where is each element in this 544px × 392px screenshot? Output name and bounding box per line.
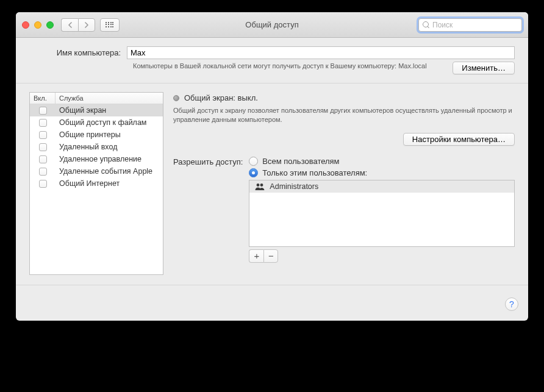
svg-point-1 (260, 184, 263, 187)
back-button[interactable] (61, 18, 78, 32)
nav-buttons (61, 18, 95, 32)
search-icon (423, 21, 430, 29)
service-label: Удаленные события Apple (55, 167, 163, 176)
minimize-window-button[interactable] (34, 21, 41, 29)
radio-only-users[interactable] (249, 168, 258, 177)
service-description: Общий доступ к экрану позволяет пользова… (173, 106, 515, 124)
computer-settings-button[interactable]: Настройки компьютера… (403, 133, 515, 146)
service-item-file-sharing[interactable]: Общий доступ к файлам (30, 116, 163, 129)
service-item-remote-management[interactable]: Удаленное управление (30, 153, 163, 165)
service-checkbox[interactable] (39, 131, 47, 139)
service-label: Общий экран (55, 106, 163, 115)
header-service[interactable]: Служба (55, 93, 163, 104)
user-item[interactable]: Administrators (249, 180, 514, 193)
close-window-button[interactable] (22, 21, 29, 29)
titlebar: Общий доступ (16, 12, 528, 38)
services-body: Общий экран Общий доступ к файлам Общие … (30, 104, 163, 274)
forward-button[interactable] (78, 18, 95, 32)
header-on[interactable]: Вкл. (30, 93, 55, 104)
help-button[interactable]: ? (505, 298, 518, 311)
users-list[interactable]: Administrators (249, 180, 515, 247)
service-item-apple-events[interactable]: Удаленные события Apple (30, 165, 163, 177)
divider (16, 83, 528, 84)
service-label: Удаленный вход (55, 143, 163, 151)
service-checkbox[interactable] (39, 107, 47, 115)
service-label: Общий доступ к файлам (55, 118, 163, 127)
service-label: Общие принтеры (55, 130, 163, 139)
svg-point-0 (257, 184, 260, 187)
service-checkbox[interactable] (39, 180, 47, 188)
services-list: Вкл. Служба Общий экран Общий доступ к ф… (29, 92, 163, 275)
radio-only-users-label: Только этим пользователям: (262, 168, 367, 177)
computer-name-subtext: Компьютеры в Вашей локальной сети могут … (133, 62, 453, 71)
service-item-screen-sharing[interactable]: Общий экран (30, 104, 163, 116)
search-field[interactable] (418, 18, 522, 32)
service-checkbox[interactable] (39, 119, 47, 127)
user-name: Administrators (270, 182, 318, 191)
status-indicator-icon (173, 95, 179, 101)
service-item-internet-sharing[interactable]: Общий Интернет (30, 177, 163, 190)
add-user-button[interactable]: + (249, 249, 263, 263)
grid-icon (106, 22, 114, 28)
chevron-right-icon (84, 22, 89, 28)
remove-user-button[interactable]: − (263, 249, 278, 263)
service-label: Общий Интернет (55, 179, 163, 188)
service-checkbox[interactable] (39, 143, 47, 151)
window-title: Общий доступ (245, 20, 298, 29)
services-header: Вкл. Служба (30, 93, 163, 104)
service-checkbox[interactable] (39, 168, 47, 176)
divider (16, 285, 528, 285)
allow-access-label: Разрешить доступ: (173, 157, 243, 166)
service-label: Удаленное управление (55, 155, 163, 163)
service-item-remote-login[interactable]: Удаленный вход (30, 141, 163, 153)
show-all-button[interactable] (100, 18, 120, 32)
users-group-icon (254, 183, 265, 190)
radio-all-users[interactable] (249, 157, 258, 166)
window-controls (22, 21, 54, 29)
computer-name-label: Имя компьютера: (29, 48, 127, 57)
computer-name-input[interactable] (127, 46, 515, 59)
service-detail: Общий экран: выкл. Общий доступ к экрану… (173, 92, 515, 275)
service-checkbox[interactable] (39, 155, 47, 163)
service-item-printer-sharing[interactable]: Общие принтеры (30, 129, 163, 141)
chevron-left-icon (68, 22, 73, 28)
search-input[interactable] (432, 21, 518, 29)
status-text: Общий экран: выкл. (184, 93, 258, 102)
zoom-window-button[interactable] (46, 21, 54, 29)
radio-all-users-label: Всем пользователям (262, 157, 339, 166)
edit-button[interactable]: Изменить… (453, 62, 515, 74)
sharing-preferences-window: Общий доступ Имя компьютера: Компьютеры … (16, 12, 528, 321)
